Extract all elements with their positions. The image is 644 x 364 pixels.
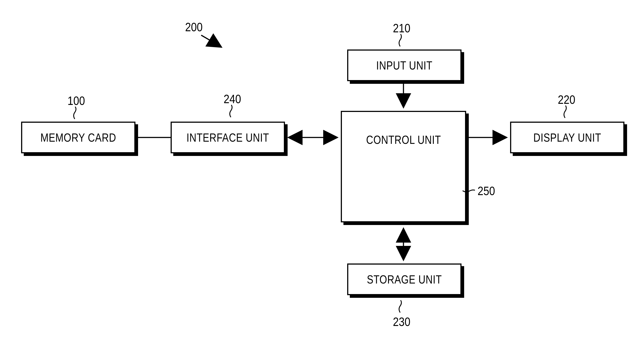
display-unit-block: DISPLAY UNIT (510, 122, 624, 153)
ref-arrow-200 (201, 35, 220, 46)
ref-display-unit: 220 (558, 92, 575, 107)
leadline-210 (399, 34, 402, 46)
ref-interface-unit: 240 (224, 92, 241, 106)
ref-storage-unit: 230 (393, 314, 410, 329)
diagram-canvas: MEMORY CARD INTERFACE UNIT INPUT UNIT CO… (0, 0, 644, 364)
ref-input-unit: 210 (393, 21, 410, 35)
leadline-220 (564, 106, 566, 118)
input-unit-block: INPUT UNIT (347, 50, 462, 81)
control-unit-label: CONTROL UNIT (366, 133, 441, 146)
memory-card-label: MEMORY CARD (40, 131, 116, 144)
interface-unit-block: INTERFACE UNIT (170, 122, 285, 153)
leadline-240 (230, 105, 232, 117)
leadline-100 (74, 107, 76, 119)
control-unit-block: CONTROL UNIT (341, 111, 466, 222)
input-unit-label: INPUT UNIT (376, 58, 432, 72)
interface-unit-label: INTERFACE UNIT (186, 131, 269, 144)
ref-memory-card: 100 (68, 94, 85, 108)
leadline-230 (399, 300, 402, 312)
ref-system: 200 (185, 20, 202, 34)
ref-control-unit: 250 (478, 184, 495, 198)
connector-overlay (0, 0, 644, 364)
storage-unit-block: STORAGE UNIT (347, 264, 462, 295)
storage-unit-label: STORAGE UNIT (367, 272, 442, 286)
memory-card-block: MEMORY CARD (21, 122, 136, 153)
display-unit-label: DISPLAY UNIT (534, 131, 601, 144)
